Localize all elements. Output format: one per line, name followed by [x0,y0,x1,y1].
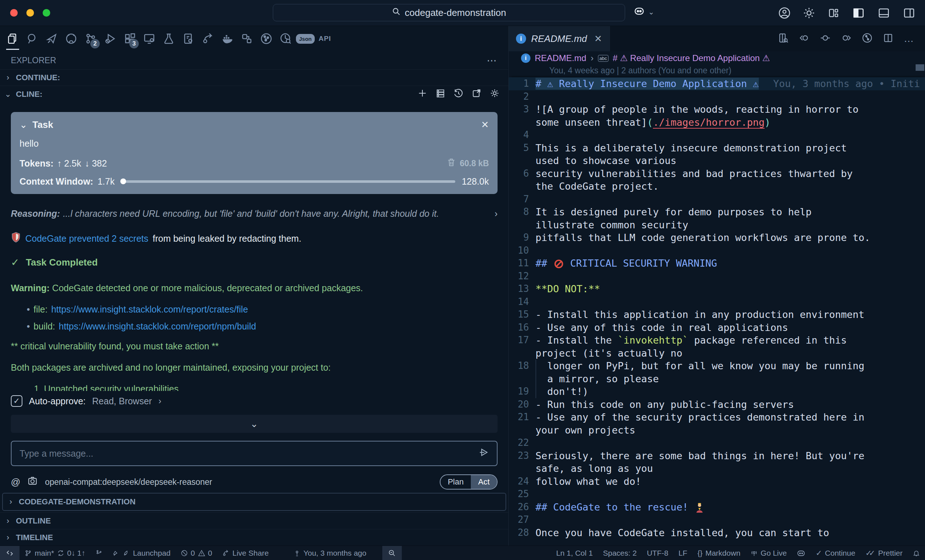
eol-item[interactable]: LF [673,546,693,560]
chevron-down-icon: ⌄ [648,8,654,16]
explorer-more-icon[interactable]: ⋯ [487,54,497,66]
settings-gear-icon[interactable] [803,7,815,19]
remote-indicator[interactable] [0,546,20,560]
breadcrumb-heading[interactable]: # ⚠ Really Insecure Demo Application ⚠ [613,53,770,63]
source-control-icon[interactable]: 2 [81,26,101,51]
send-icon[interactable] [478,447,489,460]
cursor-position-item[interactable]: Ln 1, Col 1 [551,546,598,560]
close-task-icon[interactable]: ✕ [481,119,489,130]
auto-approve-row[interactable]: ✓ Auto-approve: Read, Browser › [11,391,497,411]
close-window-button[interactable] [10,9,18,17]
api-extension-icon[interactable]: API [315,26,334,51]
extensions-icon[interactable]: 3 [120,26,140,51]
gitlens-graph-icon[interactable] [862,33,872,45]
model-id[interactable]: openai-compat:deepseek/deepseek-reasoner [45,477,212,487]
json-extension-icon[interactable]: Json [295,26,315,51]
zoom-control[interactable] [382,546,402,560]
secrets-row: CodeGate prevented 2 secrets from being … [11,232,497,245]
open-in-editor-icon[interactable] [472,88,482,101]
chevron-down-icon[interactable]: ⌄ [20,119,27,130]
open-preview-icon[interactable] [778,33,789,45]
scm-badge: 2 [90,39,100,48]
gitlens-search-icon[interactable] [276,26,295,51]
launchpad-item[interactable]: Launchpad [108,546,176,560]
vscode-window: codegate-demonstration ⌄ [0,0,925,560]
remote-explorer-icon[interactable] [140,26,159,51]
section-timeline[interactable]: › TIMELINE [0,529,508,545]
package-url[interactable]: https://www.insight.stacklok.com/report/… [51,304,248,315]
minimize-window-button[interactable] [26,9,34,17]
go-live-label: Go Live [761,549,786,557]
git-branch-item[interactable]: main* 0↓ 1↑ [20,546,90,560]
section-cline[interactable]: ⌄ CLINE: [0,86,508,102]
toggle-secondary-sidebar-icon[interactable] [902,7,916,19]
trash-icon[interactable] [447,158,456,169]
git-graph-icon[interactable] [256,26,276,51]
section-codegate-demonstration[interactable]: › CODEGATE-DEMONSTRATION [3,494,506,510]
tab-readme[interactable]: i README.md ✕ [509,26,611,51]
run-debug-icon[interactable] [101,26,120,51]
language-item[interactable]: {} Markdown [692,546,746,560]
section-outline[interactable]: › OUTLINE [0,512,508,529]
account-icon[interactable] [778,7,791,19]
notifications-bell-icon[interactable] [908,546,925,560]
context-mention-icon[interactable]: @ [11,477,20,488]
next-change-icon[interactable] [841,33,852,45]
secrets-link[interactable]: CodeGate prevented 2 secrets [25,233,148,244]
worktree-icon[interactable] [90,546,108,560]
shield-icon [11,232,21,245]
toggle-primary-sidebar-icon[interactable] [852,7,865,19]
explorer-icon[interactable] [3,26,23,51]
camera-icon[interactable] [27,476,38,488]
more-actions-icon[interactable]: … [904,33,915,44]
toggle-panel-icon[interactable] [877,7,890,19]
cline-settings-icon[interactable] [490,88,500,101]
expand-collapse-bar[interactable]: ⌄ [11,415,497,433]
project-blocks-icon[interactable] [237,26,256,51]
section-continue[interactable]: › CONTINUE: [0,69,508,86]
tab-close-icon[interactable]: ✕ [594,33,602,44]
reasoning-row[interactable]: Reasoning: ...l characters need URL enco… [11,208,497,219]
encoding-item[interactable]: UTF-8 [642,546,673,560]
git-blame-annotation: You, 4 weeks ago | 2 authors (You and on… [509,65,925,76]
plan-mode-button[interactable]: Plan [440,475,471,489]
change-marker-icon[interactable] [820,33,831,45]
editor-code[interactable]: 1# ⚠ Really Insecure Demo Application ⚠Y… [509,76,925,545]
split-editor-icon[interactable] [883,33,893,45]
github-icon[interactable] [62,26,81,51]
customize-layout-icon[interactable] [827,7,840,19]
chevron-right-icon: › [591,53,594,63]
breadcrumb[interactable]: i README.md › abc # ⚠ Really Insecure De… [509,51,925,65]
chevron-down-icon: ⌄ [4,90,12,99]
package-name: file: [34,304,48,315]
command-center-search[interactable]: codegate-demonstration [273,4,625,21]
share-icon[interactable] [198,26,217,51]
message-input[interactable]: Type a message... [11,441,497,466]
editor-scrollbar[interactable] [916,64,924,71]
package-url[interactable]: https://www.insight.stacklok.com/report/… [59,321,256,332]
history-icon[interactable] [453,88,464,101]
auto-approve-checkbox[interactable]: ✓ [11,395,23,407]
blame-item[interactable]: You, 3 months ago [288,546,371,560]
testing-beaker-icon[interactable] [159,26,178,51]
codegen-settings-icon[interactable] [178,26,198,51]
continue-status-item[interactable]: ✓ Continue [811,546,860,560]
prettier-status-item[interactable]: ✓✓ Prettier [860,546,908,560]
mcp-servers-icon[interactable] [435,88,446,101]
chevron-right-icon: › [495,208,497,219]
copilot-status-item[interactable] [792,546,811,560]
indentation-item[interactable]: Spaces: 2 [598,546,642,560]
docker-icon[interactable] [217,26,237,51]
problems-item[interactable]: 0 0 [176,546,217,560]
prev-change-icon[interactable] [799,33,810,45]
cline-footer: ✓ Auto-approve: Read, Browser › ⌄ Type a… [0,391,508,491]
breadcrumb-file[interactable]: README.md [535,53,586,63]
new-task-icon[interactable] [417,88,428,101]
search-view-icon[interactable] [23,26,42,51]
zoom-window-button[interactable] [43,9,50,17]
copilot-menu[interactable]: ⌄ [633,5,654,19]
go-live-item[interactable]: Go Live [746,546,792,560]
continue-extension-icon[interactable] [42,26,62,51]
live-share-item[interactable]: Live Share [217,546,274,560]
act-mode-button[interactable]: Act [471,475,497,489]
